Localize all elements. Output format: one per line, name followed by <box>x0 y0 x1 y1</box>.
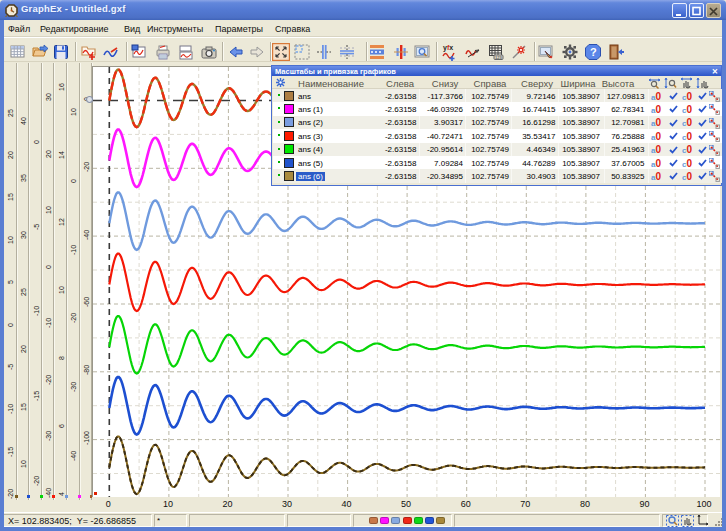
svg-text:123: 123 <box>495 54 502 59</box>
svg-text:yfx: yfx <box>443 44 453 52</box>
svg-text:?: ? <box>590 46 597 58</box>
